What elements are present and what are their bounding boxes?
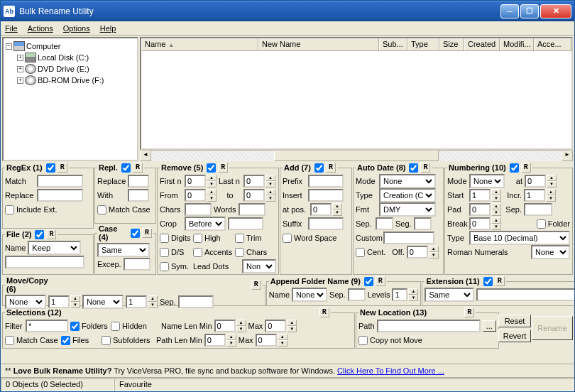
add-enable-checkbox[interactable] <box>314 163 324 173</box>
remove-lastn-input[interactable] <box>243 175 265 187</box>
remove-sym-checkbox[interactable] <box>160 262 169 271</box>
column-sub[interactable]: Sub... <box>379 38 407 51</box>
autodate-reset-button[interactable]: R <box>420 163 430 173</box>
repl-replace-input[interactable] <box>128 175 149 187</box>
extension-reset-button[interactable]: R <box>495 276 505 286</box>
appendfolder-reset-button[interactable]: R <box>376 276 385 286</box>
numbering-sep-input[interactable] <box>524 203 552 216</box>
newlocation-browse-button[interactable]: ... <box>483 320 496 332</box>
selections-hidden-checkbox[interactable] <box>111 322 120 331</box>
selections-pathlenmax-input[interactable] <box>256 334 277 347</box>
selections-files-checkbox[interactable] <box>61 336 70 345</box>
autodate-custom-input[interactable] <box>383 232 434 244</box>
appendfolder-enable-checkbox[interactable] <box>364 277 373 286</box>
case-enable-checkbox[interactable] <box>131 229 140 238</box>
column-modified[interactable]: Modifi... <box>500 38 534 51</box>
autodate-fmt-select[interactable]: DMY <box>379 202 436 217</box>
appendfolder-name-select[interactable]: None <box>292 288 327 302</box>
column-newname[interactable]: New Name <box>258 38 379 51</box>
remove-firstn-input[interactable] <box>185 175 206 187</box>
case-select[interactable]: Same <box>97 243 150 257</box>
remove-ds-checkbox[interactable] <box>160 248 169 257</box>
autodate-off-input[interactable] <box>407 246 428 258</box>
numbering-mode-select[interactable]: None <box>469 174 505 188</box>
add-suffix-input[interactable] <box>308 217 344 230</box>
repl-enable-checkbox[interactable] <box>121 163 131 173</box>
newlocation-copynotmove-checkbox[interactable] <box>358 336 368 345</box>
tree-collapse-icon[interactable]: − <box>6 43 12 50</box>
tree-item-label[interactable]: BD-ROM Drive (F:) <box>38 76 104 85</box>
numbering-reset-button[interactable]: R <box>521 163 531 173</box>
selections-pathlenmin-input[interactable] <box>204 334 226 347</box>
remove-chars-checkbox[interactable] <box>235 248 244 257</box>
remove-digits-checkbox[interactable] <box>160 234 169 243</box>
remove-to-input[interactable] <box>243 189 265 202</box>
tree-item-label[interactable]: DVD Drive (E:) <box>38 65 89 73</box>
promo-link[interactable]: Click Here To Find Out More ... <box>337 366 444 375</box>
column-name[interactable]: Name▲ <box>141 38 258 51</box>
menu-actions[interactable]: Actions <box>28 24 53 33</box>
numbering-enable-checkbox[interactable] <box>510 163 519 173</box>
maximize-button[interactable]: ☐ <box>520 4 539 18</box>
autodate-mode-select[interactable]: None <box>379 174 436 188</box>
remove-enable-checkbox[interactable] <box>207 163 216 173</box>
selections-filter-input[interactable] <box>26 320 68 332</box>
rename-button[interactable]: Rename <box>532 316 573 340</box>
add-insert-input[interactable] <box>308 189 344 202</box>
movecopy-sel2[interactable]: None <box>82 295 124 309</box>
remove-words-input[interactable] <box>239 203 265 216</box>
spin-up[interactable]: ▲ <box>207 175 217 181</box>
numbering-at-input[interactable] <box>525 175 546 187</box>
regex-match-input[interactable] <box>37 175 83 187</box>
autodate-sep-input[interactable] <box>376 217 393 230</box>
remove-accents-checkbox[interactable] <box>193 248 202 257</box>
appendfolder-levels-input[interactable] <box>392 288 407 301</box>
remove-reset-button[interactable]: R <box>218 163 228 173</box>
regex-reset-button[interactable]: R <box>58 163 67 173</box>
movecopy-n1[interactable] <box>48 295 70 308</box>
remove-high-checkbox[interactable] <box>193 234 202 243</box>
autodate-type-select[interactable]: Creation (Cur <box>379 188 436 202</box>
tree-expand-icon[interactable]: + <box>17 55 23 61</box>
repl-reset-button[interactable]: R <box>133 163 143 173</box>
extension-select[interactable]: Same <box>425 288 474 302</box>
selections-reset-button[interactable]: R <box>319 307 329 317</box>
remove-from-input[interactable] <box>185 189 206 202</box>
appendfolder-sep-input[interactable] <box>348 288 366 301</box>
add-prefix-input[interactable] <box>308 175 344 187</box>
movecopy-sep-input[interactable] <box>178 295 214 308</box>
tree-expand-icon[interactable]: + <box>17 77 23 84</box>
scroll-right-button[interactable]: ► <box>562 151 573 161</box>
tree-expand-icon[interactable]: + <box>17 66 23 72</box>
regex-replace-input[interactable] <box>37 189 83 202</box>
remove-chars-input[interactable] <box>185 203 212 216</box>
menu-help[interactable]: Help <box>100 24 116 33</box>
autodate-enable-checkbox[interactable] <box>409 163 418 173</box>
column-type[interactable]: Type <box>407 38 439 51</box>
regex-enable-checkbox[interactable] <box>46 163 55 173</box>
add-wordspace-checkbox[interactable] <box>283 234 292 243</box>
file-list[interactable]: Name▲ New Name Sub... Type Size Created … <box>140 37 573 150</box>
extension-enable-checkbox[interactable] <box>483 277 493 286</box>
folder-tree[interactable]: − Computer + Local Disk (C:) + DVD Drive… <box>2 37 138 161</box>
remove-crop-select[interactable]: Before <box>185 217 226 231</box>
scroll-thumb[interactable] <box>274 151 438 161</box>
add-atpos-input[interactable] <box>310 203 332 216</box>
file-name-select[interactable]: Keep <box>28 241 81 255</box>
remove-trim-checkbox[interactable] <box>235 234 244 243</box>
regex-includeext-checkbox[interactable] <box>5 205 14 214</box>
numbering-break-input[interactable] <box>469 217 491 230</box>
menu-file[interactable]: File <box>5 24 18 33</box>
remove-leaddots-select[interactable]: Non <box>242 259 276 273</box>
selections-subfolders-checkbox[interactable] <box>102 336 111 345</box>
numbering-roman-select[interactable]: None <box>531 245 570 259</box>
add-reset-button[interactable]: R <box>326 163 336 173</box>
numbering-type-select[interactable]: Base 10 (Decimal) <box>469 231 570 245</box>
numbering-start-input[interactable] <box>469 189 491 202</box>
reset-button[interactable]: Reset <box>498 315 531 327</box>
selections-namelenmax-input[interactable] <box>265 320 286 332</box>
column-accessed[interactable]: Acce... <box>534 38 571 51</box>
column-size[interactable]: Size <box>439 38 464 51</box>
minimize-button[interactable]: ─ <box>500 4 519 18</box>
selections-matchcase-checkbox[interactable] <box>5 336 14 345</box>
